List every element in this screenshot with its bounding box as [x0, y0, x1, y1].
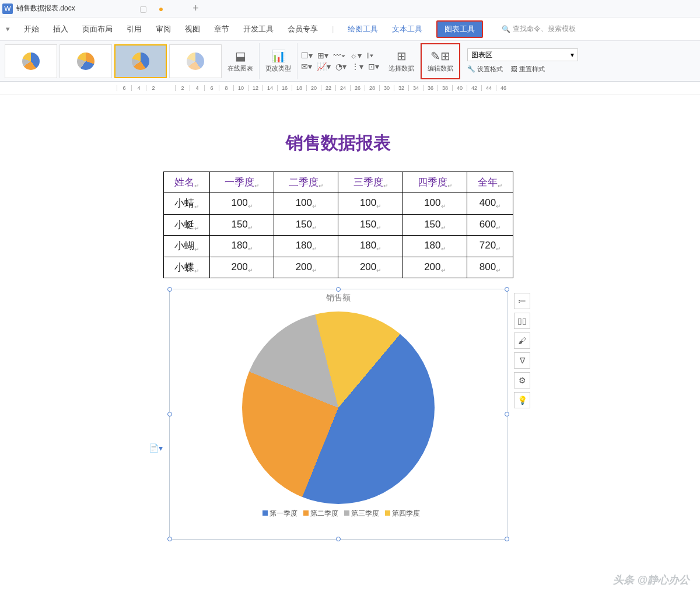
chart-type-icon[interactable]: ▯▯	[514, 313, 530, 329]
menu-chart-tools[interactable]: 图表工具	[436, 20, 483, 38]
change-type-icon: 📊	[271, 49, 286, 63]
menu-start[interactable]: 开始	[24, 24, 39, 34]
resize-handle[interactable]	[505, 537, 509, 541]
chart-style-gallery	[5, 44, 222, 78]
element-icon[interactable]: 〰▾	[333, 51, 345, 61]
table-cell: 150↵	[338, 214, 402, 235]
chart-style-4[interactable]	[169, 44, 222, 78]
new-tab-button[interactable]: +	[192, 2, 199, 15]
resize-handle[interactable]	[505, 287, 509, 292]
titlebar: W 销售数据报表.docx ▢ ● +	[0, 0, 700, 18]
table-cell: 小蜻↵	[164, 193, 210, 214]
chevron-down-icon: ▾	[570, 51, 574, 59]
menu-references[interactable]: 引用	[127, 24, 142, 34]
menu-view[interactable]: 视图	[185, 24, 200, 34]
table-row: 小蜻↵100↵100↵100↵100↵400↵	[164, 193, 513, 214]
chart-legend: 第一季度第二季度第三季度第四季度	[170, 509, 507, 519]
resize-handle[interactable]	[167, 287, 172, 292]
sales-table: 姓名↵一季度↵二季度↵三季度↵四季度↵全年↵ 小蜻↵100↵100↵100↵10…	[163, 172, 513, 278]
table-header: 二季度↵	[274, 172, 338, 193]
element-icon[interactable]: ✉▾	[301, 62, 312, 71]
edit-data-label: 编辑数据	[428, 64, 453, 73]
menu-insert[interactable]: 插入	[53, 24, 68, 34]
resize-handle[interactable]	[167, 537, 172, 541]
table-cell: 200↵	[274, 257, 338, 278]
chart-hint-icon[interactable]: 💡	[514, 392, 530, 408]
table-cell: 180↵	[210, 236, 274, 257]
search-icon: 🔍	[502, 25, 510, 33]
select-data-button[interactable]: ⊞ 选择数据	[383, 43, 421, 79]
chart-style-3[interactable]	[114, 44, 167, 78]
element-icon[interactable]: ◔▾	[335, 62, 346, 71]
chart-settings-icon[interactable]: ⚙	[514, 372, 530, 388]
table-cell: 小蝴↵	[164, 236, 210, 257]
select-data-label: 选择数据	[388, 64, 414, 73]
table-cell: 100↵	[338, 193, 402, 214]
table-cell: 150↵	[210, 214, 274, 235]
resize-handle[interactable]	[336, 537, 341, 541]
page-options-icon[interactable]: 📄▾	[149, 443, 163, 453]
element-icon[interactable]: ☐▾	[301, 51, 313, 61]
table-cell: 180↵	[402, 236, 467, 257]
chart-style-2[interactable]	[60, 44, 112, 78]
select-data-icon: ⊞	[397, 49, 407, 63]
chart-object[interactable]: 销售额 第一季度第二季度第三季度第四季度 ≔ ▯▯ 🖌 ∇ ⚙ 💡	[169, 289, 508, 540]
chart-layout-icon[interactable]: ≔	[514, 293, 530, 309]
chart-element-dropdown[interactable]: 图表区 ▾	[467, 48, 578, 61]
element-icon[interactable]: ⊡▾	[368, 62, 379, 71]
menu-member[interactable]: 会员专享	[288, 24, 318, 34]
file-dropdown-icon[interactable]: ▾	[6, 24, 10, 33]
edit-data-button[interactable]: ✎⊞ 编辑数据	[421, 43, 460, 79]
pie-chart[interactable]	[242, 312, 435, 504]
element-icon[interactable]: 📈▾	[317, 62, 331, 71]
horizontal-ruler[interactable]: 6422468101214161820222426283032343638404…	[0, 82, 700, 94]
resize-handle[interactable]	[505, 412, 509, 416]
chart-style-icon[interactable]: 🖌	[514, 332, 530, 349]
table-header: 全年↵	[467, 172, 513, 193]
table-cell: 600↵	[467, 214, 513, 235]
chart-element-value: 图表区	[471, 50, 492, 60]
menu-devtools[interactable]: 开发工具	[243, 24, 274, 34]
ribbon-toolbar: ⬓ 在线图表 📊 更改类型 ☐▾⊞▾〰▾☼▾⦀▾ ✉▾📈▾◔▾⋮▾⊡▾ ⊞ 选择…	[0, 41, 700, 82]
online-chart-icon: ⬓	[235, 49, 246, 63]
table-cell: 180↵	[274, 236, 338, 257]
menu-section[interactable]: 章节	[214, 24, 229, 34]
change-type-button[interactable]: 📊 更改类型	[260, 43, 298, 79]
element-icon[interactable]: ⦀▾	[366, 51, 373, 61]
table-cell: 小蜓↵	[164, 214, 210, 235]
presentation-mode-icon[interactable]: ▢	[139, 4, 147, 13]
chart-element-selector-group: 图表区 ▾ 🔧 设置格式 🖼 重置样式	[467, 48, 578, 74]
chart-filter-icon[interactable]: ∇	[514, 352, 530, 369]
element-icon[interactable]: ☼▾	[350, 51, 362, 61]
menu-review[interactable]: 审阅	[156, 24, 171, 34]
table-header: 姓名↵	[164, 172, 210, 193]
element-icon[interactable]: ⋮▾	[351, 62, 363, 71]
table-cell: 小蝶↵	[164, 257, 210, 278]
chart-element-grid: ☐▾⊞▾〰▾☼▾⦀▾ ✉▾📈▾◔▾⋮▾⊡▾	[298, 51, 383, 71]
command-search[interactable]: 🔍 查找命令、搜索模板	[502, 24, 576, 34]
menu-layout[interactable]: 页面布局	[82, 24, 113, 34]
table-row: 小蝶↵200↵200↵200↵200↵800↵	[164, 257, 513, 278]
menu-drawing-tools[interactable]: 绘图工具	[348, 24, 378, 34]
chart-side-toolbar: ≔ ▯▯ 🖌 ∇ ⚙ 💡	[514, 293, 530, 408]
resize-handle[interactable]	[167, 412, 172, 416]
table-cell: 100↵	[402, 193, 467, 214]
menu-text-tools[interactable]: 文本工具	[392, 24, 422, 34]
unsaved-dot-icon: ●	[159, 4, 163, 13]
chart-style-1[interactable]	[5, 44, 57, 78]
reset-style-button[interactable]: 🖼 重置样式	[511, 65, 545, 74]
resize-handle[interactable]	[336, 287, 341, 292]
online-chart-label: 在线图表	[228, 64, 253, 73]
table-cell: 200↵	[338, 257, 402, 278]
table-cell: 720↵	[467, 236, 513, 257]
table-cell: 100↵	[210, 193, 274, 214]
table-cell: 150↵	[402, 214, 467, 235]
chart-title: 销售额	[170, 289, 507, 307]
element-icon[interactable]: ⊞▾	[317, 51, 328, 61]
table-cell: 150↵	[274, 214, 338, 235]
table-cell: 800↵	[467, 257, 513, 278]
menubar: ▾ 开始 插入 页面布局 引用 审阅 视图 章节 开发工具 会员专享 | 绘图工…	[0, 18, 700, 41]
online-chart-button[interactable]: ⬓ 在线图表	[222, 43, 260, 79]
table-cell: 100↵	[274, 193, 338, 214]
set-format-button[interactable]: 🔧 设置格式	[467, 65, 503, 74]
